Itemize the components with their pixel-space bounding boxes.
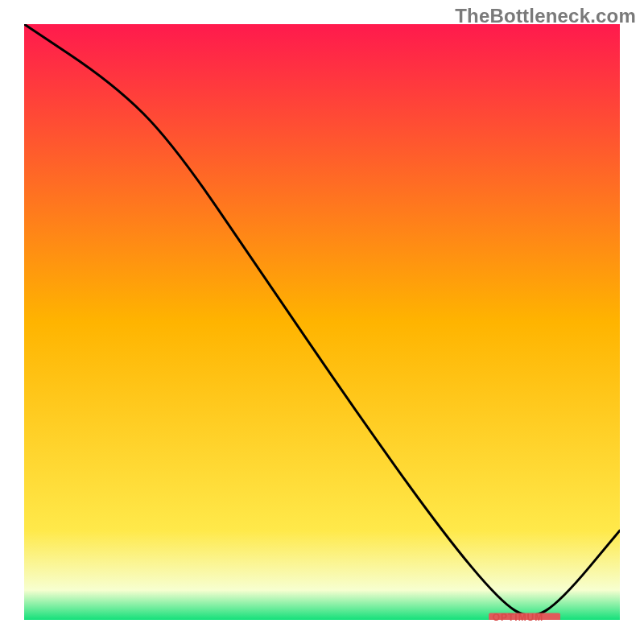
plot-svg: [24, 24, 620, 620]
plot-area: [24, 24, 620, 620]
chart-stage: TheBottleneck.com OPTIMUM: [0, 0, 644, 644]
gradient-background: [24, 24, 620, 620]
optimum-marker: [489, 613, 560, 621]
